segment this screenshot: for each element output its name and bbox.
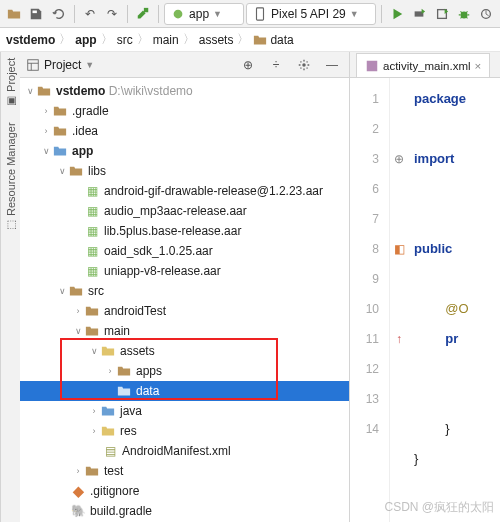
code-content[interactable]: package import public @O pr } }: [408, 78, 500, 522]
crumb-data[interactable]: data: [253, 33, 293, 47]
tree-label: java: [120, 404, 142, 418]
gear-icon[interactable]: [293, 54, 315, 76]
target-icon[interactable]: ⊕: [237, 54, 259, 76]
line-gutter: 1 2 3 6 7 8 9 10 11 12 13 14: [350, 78, 390, 522]
tree-main[interactable]: ∨ main: [20, 321, 349, 341]
crumb-root[interactable]: vstdemo: [6, 33, 55, 47]
device-combo[interactable]: Pixel 5 API 29 ▼: [246, 3, 376, 25]
tree-androidtest[interactable]: › androidTest: [20, 301, 349, 321]
tree-label: libs: [88, 164, 106, 178]
tree-label: android-gif-drawable-release@1.2.23.aar: [104, 184, 323, 198]
tree-root[interactable]: ∨ vstdemo D:\wiki\vstdemo: [20, 81, 349, 101]
panel-title[interactable]: Project: [44, 58, 81, 72]
chevron-down-icon[interactable]: ▼: [85, 60, 94, 70]
chevron-down-icon: ▼: [213, 9, 222, 19]
tree-lib-item[interactable]: ▦audio_mp3aac-release.aar: [20, 201, 349, 221]
side-tool-tabs: ⬚ Resource Manager ▣ Project: [0, 52, 20, 522]
tree-res[interactable]: › res: [20, 421, 349, 441]
crumb-app[interactable]: app: [75, 33, 96, 47]
tree-gradle[interactable]: › .gradle: [20, 101, 349, 121]
tree-gitignore[interactable]: ◆ .gitignore: [20, 481, 349, 501]
editor-tab-activity-main[interactable]: activity_main.xml ×: [356, 53, 490, 77]
tree-label: test: [104, 464, 123, 478]
chevron-right-icon: 〉: [101, 31, 113, 48]
folder-icon: [116, 383, 132, 399]
tree-lib-item[interactable]: ▦android-gif-drawable-release@1.2.23.aar: [20, 181, 349, 201]
arrow-down-icon[interactable]: ∨: [40, 146, 52, 156]
arrow-right-icon[interactable]: ›: [104, 366, 116, 376]
main-toolbar: ↶ ↷ app ▼ Pixel 5 API 29 ▼: [0, 0, 500, 28]
folder-icon: [84, 463, 100, 479]
crumb-src[interactable]: src: [117, 33, 133, 47]
tree-assets[interactable]: ∨ assets: [20, 341, 349, 361]
tab-resource-manager[interactable]: ⬚ Resource Manager: [4, 122, 17, 232]
tree-app[interactable]: ∨ app: [20, 141, 349, 161]
arrow-right-icon[interactable]: ›: [88, 426, 100, 436]
tree-src[interactable]: ∨ src: [20, 281, 349, 301]
tree-label: oaid_sdk_1.0.25.aar: [104, 244, 213, 258]
run-icon[interactable]: [387, 3, 407, 25]
tree-build-gradle[interactable]: 🐘 build.gradle: [20, 501, 349, 521]
close-icon[interactable]: ×: [475, 60, 482, 72]
folder-icon: [68, 163, 84, 179]
reload-icon[interactable]: [48, 3, 68, 25]
tree-apps[interactable]: › apps: [20, 361, 349, 381]
chevron-right-icon: 〉: [183, 31, 195, 48]
save-all-icon[interactable]: [26, 3, 46, 25]
arrow-right-icon[interactable]: ›: [72, 306, 84, 316]
arrow-right-icon[interactable]: ›: [88, 406, 100, 416]
arrow-right-icon[interactable]: ›: [40, 126, 52, 136]
tree-data-selected[interactable]: › data: [20, 381, 349, 401]
gutter-markers: ⊕ ◧ ↑: [390, 78, 408, 522]
tree-label: .gitignore: [90, 484, 139, 498]
run-config-label: app: [189, 7, 209, 21]
tree-test[interactable]: › test: [20, 461, 349, 481]
breadcrumb: vstdemo 〉 app 〉 src 〉 main 〉 assets 〉 da…: [0, 28, 500, 52]
folder-icon: [84, 303, 100, 319]
arrow-right-icon[interactable]: ›: [72, 466, 84, 476]
tree-manifest[interactable]: ▤ AndroidManifest.xml: [20, 441, 349, 461]
editor-area: activity_main.xml × 1 2 3 6 7 8 9 10 11 …: [350, 52, 500, 522]
arrow-down-icon[interactable]: ∨: [56, 286, 68, 296]
project-panel: Project ▼ ⊕ ÷ — ∨ vstdemo D:\wiki\vstdem…: [20, 52, 350, 522]
tree-lib-item[interactable]: ▦uniapp-v8-release.aar: [20, 261, 349, 281]
hide-icon[interactable]: —: [321, 54, 343, 76]
module-icon: [52, 143, 68, 159]
archive-icon: ▦: [84, 203, 100, 219]
arrow-down-icon[interactable]: ∨: [88, 346, 100, 356]
undo-icon[interactable]: ↶: [80, 3, 100, 25]
archive-icon: ▦: [84, 243, 100, 259]
tree-lib-item[interactable]: ▦oaid_sdk_1.0.25.aar: [20, 241, 349, 261]
tree-lib-item[interactable]: ▦lib.5plus.base-release.aar: [20, 221, 349, 241]
open-icon[interactable]: [4, 3, 24, 25]
tree-java[interactable]: › java: [20, 401, 349, 421]
crumb-main[interactable]: main: [153, 33, 179, 47]
crumb-assets[interactable]: assets: [199, 33, 234, 47]
hammer-icon[interactable]: [133, 3, 153, 25]
tree-label: lib.5plus.base-release.aar: [104, 224, 241, 238]
folder-icon: [84, 323, 100, 339]
editor-body[interactable]: 1 2 3 6 7 8 9 10 11 12 13 14 ⊕ ◧: [350, 78, 500, 522]
project-tree[interactable]: ∨ vstdemo D:\wiki\vstdemo › .gradle › .i…: [20, 78, 349, 522]
apply-changes-icon[interactable]: [409, 3, 429, 25]
arrow-down-icon[interactable]: ∨: [56, 166, 68, 176]
profiler-icon[interactable]: [476, 3, 496, 25]
xml-icon: [365, 59, 379, 73]
collapse-icon[interactable]: ÷: [265, 54, 287, 76]
arrow-right-icon[interactable]: ›: [40, 106, 52, 116]
gradle-icon: 🐘: [70, 503, 86, 519]
tab-project[interactable]: ▣ Project: [4, 58, 17, 108]
redo-icon[interactable]: ↷: [102, 3, 122, 25]
svg-rect-0: [33, 10, 37, 13]
run-config-combo[interactable]: app ▼: [164, 3, 244, 25]
apply-code-icon[interactable]: [431, 3, 451, 25]
arrow-down-icon[interactable]: ∨: [72, 326, 84, 336]
svg-rect-3: [257, 7, 264, 19]
svg-rect-7: [28, 59, 39, 70]
tree-idea[interactable]: › .idea: [20, 121, 349, 141]
manifest-icon: ▤: [102, 443, 118, 459]
phone-icon: [253, 7, 267, 21]
tree-libs[interactable]: ∨ libs: [20, 161, 349, 181]
debug-icon[interactable]: [454, 3, 474, 25]
arrow-down-icon[interactable]: ∨: [24, 86, 36, 96]
